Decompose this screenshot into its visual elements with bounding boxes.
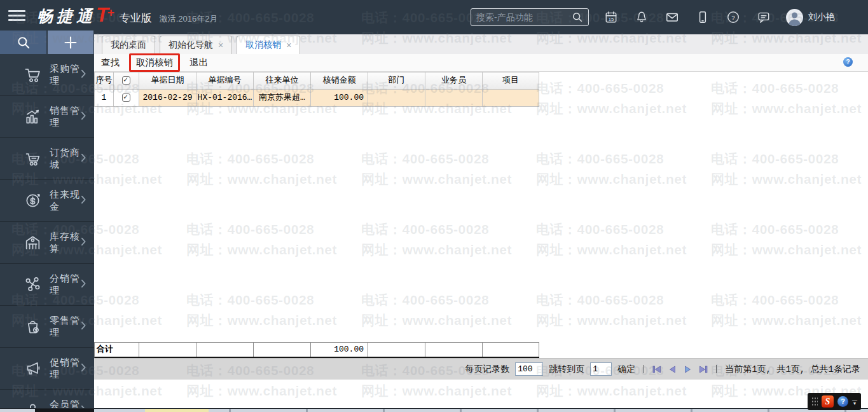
sidebar-item-promotion-management[interactable]: 促销管理	[0, 348, 94, 390]
select-all-checkbox[interactable]	[122, 76, 130, 85]
table-cell[interactable]	[114, 90, 139, 107]
sidebar-item-label: 促销管理	[50, 357, 81, 381]
megaphone-icon	[24, 360, 41, 377]
bell-icon[interactable]	[635, 10, 649, 24]
help-icon[interactable]: ?	[843, 57, 853, 67]
taskbar-edge	[0, 408, 868, 412]
column-header: 单据编号	[196, 72, 254, 90]
total-cell	[196, 343, 254, 357]
logo-t-plus-mark: T+	[96, 4, 114, 25]
tab-label: 取消核销	[245, 39, 281, 51]
tab-my-desktop[interactable]: 我的桌面	[102, 36, 155, 54]
search-input[interactable]	[476, 12, 572, 22]
table-row[interactable]: 12016-02-29HX-01-2016…南京苏果超…100.00	[95, 90, 539, 107]
column-header: 序号	[95, 72, 114, 90]
cart-icon	[24, 66, 41, 83]
column-header: 项目	[483, 72, 539, 90]
column-header: 核销金额	[311, 72, 368, 90]
jump-page-input[interactable]	[590, 362, 612, 376]
tab-label: 初始化导航	[169, 39, 213, 51]
total-cell: 100.00	[311, 343, 368, 357]
mall-cart-icon	[24, 150, 41, 167]
toolbar-exit-button[interactable]: 退出	[188, 55, 209, 70]
total-cell	[368, 343, 425, 357]
search-icon[interactable]	[572, 11, 583, 23]
close-icon[interactable]: ×	[218, 40, 223, 50]
sidebar-item-retail-management[interactable]: 零售管理	[0, 306, 94, 348]
total-cell	[139, 343, 196, 357]
sidebar-add-button[interactable]	[48, 31, 93, 54]
global-search-box[interactable]	[471, 8, 589, 26]
ime-toolbar[interactable]: S ? —▾	[808, 393, 861, 410]
toolbar-cancel-writeoff-button[interactable]: 取消核销	[129, 53, 180, 72]
toolbar: 查找取消核销退出	[94, 54, 868, 72]
column-header: 往来单位	[254, 72, 311, 90]
chevron-right-icon	[81, 279, 86, 291]
content-area: 我的桌面初始化导航×取消核销× 查找取消核销退出 ? 序号单据日期单据编号往来单…	[94, 34, 868, 412]
column-header: 部门	[368, 72, 425, 90]
tab-label: 我的桌面	[111, 39, 146, 51]
mobile-icon[interactable]	[696, 10, 710, 24]
sidebar-item-distribution-management[interactable]: 分销管理	[0, 264, 94, 306]
sidebar: 采购管理销售管理订货商城往来现金库存核算分销管理零售管理促销管理会员管理	[0, 34, 94, 408]
svg-text:?: ?	[731, 14, 735, 21]
close-icon[interactable]: ×	[286, 40, 291, 50]
table-body: 12016-02-29HX-01-2016…南京苏果超…100.00	[95, 90, 539, 107]
avatar[interactable]	[786, 9, 803, 26]
sidebar-item-label: 零售管理	[50, 315, 81, 339]
tab-cancel-writeoff[interactable]: 取消核销×	[237, 36, 300, 54]
sidebar-item-purchase-management[interactable]: 采购管理	[0, 54, 94, 96]
sidebar-item-cash-transactions[interactable]: 往来现金	[0, 180, 94, 222]
sidebar-item-member-management[interactable]: 会员管理	[0, 390, 94, 408]
ime-menu-icon[interactable]: —▾	[852, 398, 857, 406]
chevron-right-icon	[81, 111, 86, 123]
sidebar-item-label: 往来现金	[50, 189, 81, 213]
mail-icon[interactable]	[665, 10, 679, 24]
tab-init-navigation[interactable]: 初始化导航×	[160, 36, 232, 54]
previous-page-button[interactable]	[668, 366, 677, 373]
last-page-button[interactable]	[698, 366, 708, 373]
pagination-status: 当前第1页, 共1页, 总共1条记录	[725, 364, 860, 375]
toolbar-find-button[interactable]: 查找	[100, 55, 121, 70]
header-icon-group: 15?	[604, 10, 771, 24]
chat-icon[interactable]	[757, 10, 771, 24]
row-checkbox[interactable]	[122, 93, 130, 102]
sidebar-item-label: 销售管理	[50, 105, 81, 129]
jump-page-label: 跳转到页	[549, 364, 584, 375]
table-total-row: 合计100.00	[94, 342, 539, 358]
per-page-input[interactable]	[515, 362, 543, 376]
table-cell: 100.00	[311, 90, 368, 107]
network-icon	[24, 276, 41, 293]
user-menu[interactable]: 刘小艳	[786, 9, 835, 26]
sidebar-item-label: 订货商城	[50, 147, 81, 171]
sidebar-item-inventory-accounting[interactable]: 库存核算	[0, 222, 94, 264]
sidebar-search-button[interactable]	[0, 31, 46, 54]
sidebar-menu: 采购管理销售管理订货商城往来现金库存核算分销管理零售管理促销管理会员管理	[0, 54, 94, 408]
confirm-button[interactable]: 确定	[617, 364, 635, 375]
sidebar-item-label: 库存核算	[50, 231, 81, 255]
next-page-button[interactable]	[683, 366, 692, 373]
per-page-label: 每页记录数	[465, 364, 509, 375]
tab-bar: 我的桌面初始化导航×取消核销×	[94, 34, 868, 54]
app-window: 电话：400-665-0028网址：www.chanjet.net电话：400-…	[0, 0, 868, 412]
sidebar-item-order-mall[interactable]: 订货商城	[0, 138, 94, 180]
pagination-bar: 每页记录数 跳转到页 确定 当前第1页, 共1页, 总共1条记录	[94, 358, 868, 380]
ime-drag-handle-icon[interactable]	[811, 397, 818, 406]
username: 刘小艳	[808, 11, 835, 23]
ime-help-icon[interactable]: ?	[837, 396, 848, 407]
help-icon[interactable]: ?	[726, 10, 740, 24]
chevron-right-icon	[81, 237, 86, 249]
chart-icon	[24, 108, 41, 125]
table-cell: 2016-02-29	[139, 90, 196, 107]
first-page-button[interactable]	[652, 366, 662, 373]
calendar-icon[interactable]: 15	[604, 10, 618, 24]
select-all-header-cell[interactable]	[114, 72, 139, 90]
sidebar-item-label: 采购管理	[50, 63, 81, 87]
total-label-cell: 合计	[95, 343, 139, 357]
column-header: 业务员	[425, 72, 483, 90]
sidebar-item-sales-management[interactable]: 销售管理	[0, 96, 94, 138]
menu-icon[interactable]	[8, 10, 25, 24]
sogou-logo-icon[interactable]: S	[822, 395, 834, 408]
chevron-right-icon	[81, 195, 86, 207]
logo-text: 畅捷通	[37, 6, 96, 27]
